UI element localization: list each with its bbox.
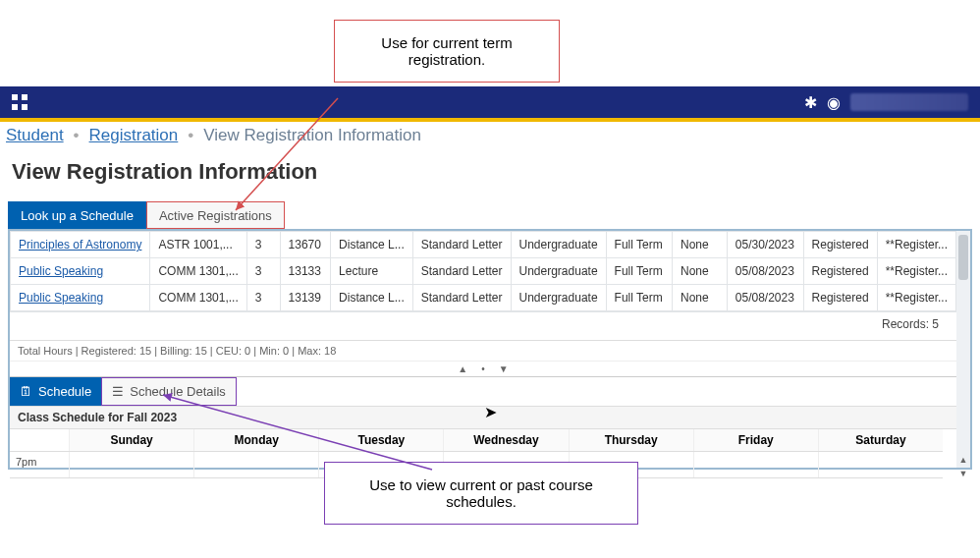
table-cell: Public Speaking — [11, 258, 150, 285]
course-link[interactable]: Public Speaking — [19, 291, 103, 305]
table-row: Public SpeakingCOMM 1301,...313133Lectur… — [11, 258, 956, 285]
table-cell: **Register... — [877, 232, 955, 258]
tab-active-registrations[interactable]: Active Registrations — [146, 201, 285, 229]
records-count: Records: 5 — [10, 311, 956, 336]
tab-schedule-details-label: Schedule Details — [130, 384, 226, 399]
arrow-down-icon[interactable]: ▼ — [499, 363, 509, 374]
content-panel: Principles of AstronomyASTR 1001,...3136… — [8, 229, 972, 470]
cell[interactable] — [69, 452, 193, 477]
mouse-cursor-icon: ➤ — [484, 403, 497, 421]
week-scrollbar[interactable]: ▲ ▼ — [956, 453, 970, 478]
table-cell: None — [673, 285, 728, 311]
col-monday: Monday — [193, 429, 318, 451]
table-cell: Distance L... — [331, 285, 413, 311]
breadcrumb-current: View Registration Information — [203, 126, 421, 145]
table-row: Principles of AstronomyASTR 1001,...3136… — [11, 232, 956, 258]
annotation-text: Use for current term registration. — [381, 34, 512, 68]
list-icon: ☰ — [112, 384, 124, 399]
col-friday: Friday — [693, 429, 818, 451]
breadcrumb-link-registration[interactable]: Registration — [89, 126, 179, 145]
main-tab-bar: Look up a Schedule Active Registrations — [8, 201, 972, 230]
schedule-title: Class Schedule for Fall 2023 — [10, 406, 956, 429]
table-cell: Lecture — [331, 258, 413, 285]
table-cell: 13133 — [280, 258, 331, 285]
cell[interactable] — [693, 452, 818, 477]
top-nav-bar: ✱ ◉ — [0, 86, 980, 118]
table-cell: None — [673, 232, 728, 258]
schedule-tab-bar: 🗓 Schedule ☰ Schedule Details — [10, 376, 956, 406]
dot-icon[interactable]: • — [481, 363, 485, 374]
registration-table: Principles of AstronomyASTR 1001,...3136… — [10, 231, 956, 311]
table-cell: COMM 1301,... — [150, 258, 246, 285]
table-cell: COMM 1301,... — [150, 285, 246, 311]
table-cell: Undergraduate — [511, 285, 606, 311]
pager-arrows: ▲ • ▼ — [10, 361, 956, 376]
course-link[interactable]: Principles of Astronomy — [19, 238, 141, 251]
breadcrumb-sep: • — [188, 126, 193, 145]
table-cell: 05/30/2023 — [727, 232, 803, 258]
annotation-callout-bottom: Use to view current or past course sched… — [324, 462, 638, 525]
table-cell: Registered — [803, 285, 877, 311]
table-cell: Registered — [803, 232, 877, 258]
arrow-up-icon[interactable]: ▲ — [458, 363, 467, 374]
page-title: View Registration Information — [12, 159, 317, 185]
table-row: Public SpeakingCOMM 1301,...313139Distan… — [11, 285, 956, 311]
tab-schedule-details[interactable]: ☰ Schedule Details — [101, 377, 237, 406]
arrow-up-icon[interactable]: ▲ — [956, 453, 970, 467]
table-cell: 13670 — [280, 232, 331, 258]
col-sunday: Sunday — [69, 429, 193, 451]
breadcrumb-link-student[interactable]: Student — [6, 126, 64, 145]
annotation-text: Use to view current or past course sched… — [369, 476, 593, 510]
table-cell: 3 — [246, 285, 280, 311]
table-cell: Principles of Astronomy — [11, 232, 150, 258]
col-saturday: Saturday — [818, 429, 943, 451]
table-cell: Standard Letter — [412, 285, 511, 311]
col-thursday: Thursday — [569, 429, 693, 451]
table-cell: Full Term — [606, 258, 672, 285]
accent-bar — [0, 118, 980, 122]
table-cell: Undergraduate — [511, 258, 606, 285]
table-cell: 05/08/2023 — [727, 285, 803, 311]
table-cell: Distance L... — [331, 232, 413, 258]
gear-icon[interactable]: ✱ — [804, 93, 817, 112]
time-slot: 7pm — [10, 452, 69, 477]
user-name-blurred — [850, 93, 968, 111]
breadcrumb-sep: • — [74, 126, 80, 145]
table-cell: Public Speaking — [11, 285, 150, 311]
scrollbar-thumb[interactable] — [958, 235, 968, 280]
table-cell: None — [673, 258, 728, 285]
col-wednesday: Wednesday — [443, 429, 568, 451]
table-cell: 13139 — [280, 285, 331, 311]
calendar-icon: 🗓 — [20, 384, 32, 399]
table-cell: **Register... — [877, 258, 955, 285]
cell[interactable] — [818, 452, 943, 477]
table-cell: Undergraduate — [511, 232, 606, 258]
table-cell: Full Term — [606, 285, 672, 311]
user-icon[interactable]: ◉ — [827, 93, 841, 112]
apps-icon[interactable] — [12, 94, 27, 110]
week-header-row: Sunday Monday Tuesday Wednesday Thursday… — [10, 429, 943, 452]
arrow-down-icon[interactable]: ▼ — [956, 467, 970, 480]
table-cell: 3 — [246, 232, 280, 258]
table-cell: Standard Letter — [412, 232, 511, 258]
breadcrumb: Student • Registration • View Registrati… — [6, 126, 421, 145]
table-cell: **Register... — [877, 285, 955, 311]
table-cell: Registered — [803, 258, 877, 285]
table-cell: ASTR 1001,... — [150, 232, 246, 258]
tab-look-up-schedule[interactable]: Look up a Schedule — [8, 201, 146, 229]
table-cell: Full Term — [606, 232, 672, 258]
annotation-callout-top: Use for current term registration. — [334, 20, 560, 83]
tab-schedule-label: Schedule — [38, 384, 91, 399]
col-tuesday: Tuesday — [318, 429, 443, 451]
table-cell: 3 — [246, 258, 280, 285]
cell[interactable] — [193, 452, 318, 477]
hours-summary: Total Hours | Registered: 15 | Billing: … — [10, 340, 956, 361]
table-cell: 05/08/2023 — [727, 258, 803, 285]
table-cell: Standard Letter — [412, 258, 511, 285]
tab-schedule[interactable]: 🗓 Schedule — [10, 377, 101, 406]
course-link[interactable]: Public Speaking — [19, 264, 103, 278]
